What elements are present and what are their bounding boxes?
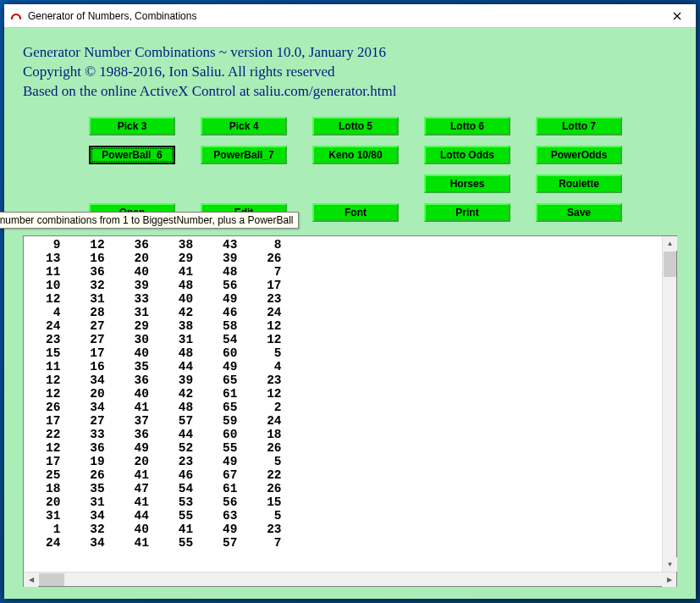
scroll-down-button[interactable]: ▼	[663, 557, 677, 572]
scroll-up-button[interactable]: ▲	[663, 236, 677, 251]
vertical-scroll-thumb[interactable]	[664, 252, 676, 277]
horizontal-scrollbar[interactable]: ◀ ▶	[24, 572, 676, 586]
font-button[interactable]: Font	[312, 203, 399, 222]
header-line-3: Based on the online ActiveX Control at s…	[23, 82, 677, 102]
horizontal-scroll-thumb[interactable]	[39, 573, 64, 586]
print-button[interactable]: Print	[424, 203, 510, 222]
horses-button[interactable]: Horses	[424, 174, 510, 193]
button-row-1: Pick 3 Pick 4 Lotto 5 Lotto 6 Lotto 7	[89, 117, 677, 136]
lotto-6-button[interactable]: Lotto 6	[424, 117, 510, 136]
tooltip: 5-number combinations from 1 to BiggestN…	[0, 212, 299, 229]
window-title: Generator of Numbers, Combinations	[23, 10, 658, 22]
button-row-2: PowerBall_6 PowerBall_7 Keno 10/80 Lotto…	[89, 146, 677, 164]
output-panel: 9 12 36 38 43 8 13 16 20 29 39 26 11 36 …	[23, 235, 677, 587]
keno-1080-button[interactable]: Keno 10/80	[312, 146, 399, 164]
lotto-odds-button[interactable]: Lotto Odds	[424, 146, 510, 164]
powerball-6-button[interactable]: PowerBall_6	[89, 146, 175, 164]
lotto-7-button[interactable]: Lotto 7	[536, 117, 622, 136]
roulette-button[interactable]: Roulette	[536, 174, 622, 193]
button-row-3: Horses Roulette	[89, 174, 677, 193]
close-button[interactable]	[658, 4, 696, 28]
scroll-left-button[interactable]: ◀	[24, 573, 38, 587]
app-window: Generator of Numbers, Combinations 5-num…	[4, 4, 696, 599]
titlebar: Generator of Numbers, Combinations	[4, 4, 696, 28]
app-icon	[9, 9, 23, 23]
output-text[interactable]: 9 12 36 38 43 8 13 16 20 29 39 26 11 36 …	[24, 236, 662, 572]
output-area: 9 12 36 38 43 8 13 16 20 29 39 26 11 36 …	[24, 236, 676, 572]
pick-4-button[interactable]: Pick 4	[201, 117, 287, 136]
header-text: Generator Number Combinations ~ version …	[23, 43, 677, 102]
content-area: 5-number combinations from 1 to BiggestN…	[4, 28, 696, 599]
powerodds-button[interactable]: PowerOdds	[536, 146, 622, 164]
button-grid: Pick 3 Pick 4 Lotto 5 Lotto 6 Lotto 7 Po…	[23, 117, 677, 222]
vertical-scrollbar[interactable]: ▲ ▼	[662, 236, 676, 572]
lotto-5-button[interactable]: Lotto 5	[312, 117, 399, 136]
header-line-1: Generator Number Combinations ~ version …	[23, 43, 677, 63]
scroll-right-button[interactable]: ▶	[662, 573, 676, 587]
save-button[interactable]: Save	[536, 203, 622, 222]
powerball-7-button[interactable]: PowerBall_7	[201, 146, 287, 164]
header-line-2: Copyright © 1988-2016, Ion Saliu. All ri…	[23, 63, 677, 82]
pick-3-button[interactable]: Pick 3	[89, 117, 175, 136]
